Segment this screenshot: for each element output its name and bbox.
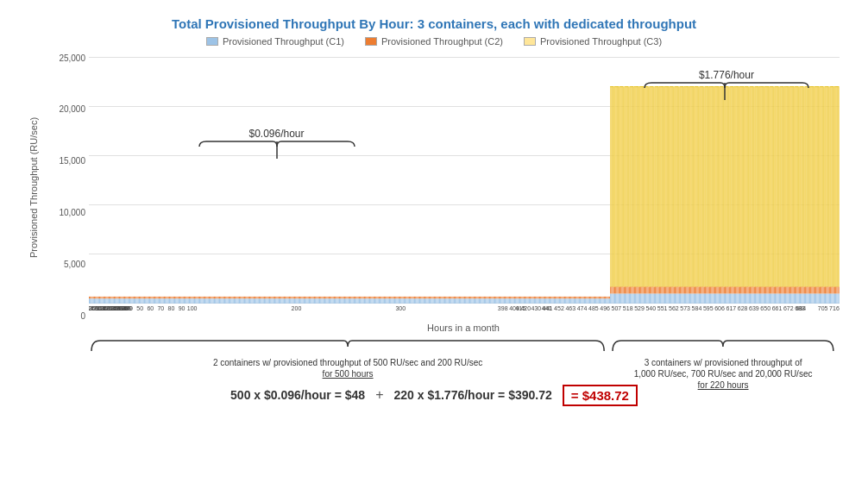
svg-rect-1388: [745, 286, 745, 293]
svg-rect-1236: [691, 86, 692, 286]
svg-rect-1598: [818, 286, 819, 293]
svg-rect-699: [453, 296, 454, 298]
svg-rect-1291: [711, 293, 712, 304]
svg-rect-997: [608, 296, 609, 298]
svg-rect-873: [544, 296, 544, 298]
svg-rect-1419: [755, 86, 756, 286]
svg-rect-1608: [821, 86, 821, 286]
svg-rect-1063: [632, 293, 633, 304]
svg-rect-399: [296, 296, 297, 298]
svg-rect-1316: [720, 286, 720, 293]
svg-rect-899: [557, 296, 558, 298]
svg-rect-1136: [657, 286, 658, 293]
svg-rect-857: [535, 296, 536, 298]
svg-rect-931: [574, 296, 575, 298]
svg-rect-1467: [771, 86, 772, 286]
svg-rect-1461: [770, 86, 771, 286]
svg-rect-1575: [809, 86, 810, 286]
svg-rect-763: [486, 296, 487, 298]
svg-rect-1364: [736, 286, 737, 293]
svg-rect-1409: [752, 286, 753, 293]
svg-rect-1016: [615, 286, 616, 293]
svg-rect-11: [94, 296, 95, 298]
svg-rect-237: [212, 296, 213, 298]
svg-rect-535: [368, 296, 368, 298]
svg-rect-607: [405, 296, 406, 298]
svg-rect-791: [500, 296, 501, 298]
svg-rect-291: [240, 296, 241, 298]
svg-rect-1148: [661, 286, 662, 293]
svg-rect-1045: [626, 293, 626, 304]
svg-rect-1134: [656, 86, 657, 286]
svg-rect-1369: [739, 293, 739, 304]
svg-rect-137: [160, 296, 160, 298]
svg-rect-1549: [801, 293, 802, 304]
svg-rect-1217: [685, 286, 686, 293]
svg-rect-1186: [675, 293, 676, 304]
svg-rect-1222: [688, 293, 689, 304]
svg-rect-781: [495, 296, 496, 298]
svg-rect-891: [553, 296, 554, 298]
svg-rect-1200: [679, 86, 680, 286]
svg-rect-1516: [789, 293, 790, 304]
svg-rect-87: [134, 296, 135, 298]
svg-rect-1344: [729, 86, 730, 286]
svg-rect-1534: [796, 293, 796, 304]
svg-rect-1552: [802, 293, 803, 304]
svg-rect-1158: [664, 86, 665, 286]
svg-rect-1522: [791, 293, 792, 304]
callout-phase2: $1.776/hour: [636, 69, 817, 102]
svg-rect-841: [527, 296, 528, 298]
chart-inner: 0 5,000 10,000 15,000 20,000 25,000: [46, 53, 840, 321]
svg-rect-947: [582, 296, 583, 298]
svg-rect-301: [245, 296, 246, 298]
svg-rect-1149: [661, 86, 662, 286]
svg-rect-1284: [708, 86, 709, 286]
svg-rect-335: [263, 296, 264, 298]
svg-rect-443: [319, 296, 320, 298]
svg-rect-1632: [829, 86, 830, 286]
svg-rect-1166: [668, 286, 669, 293]
svg-rect-809: [510, 296, 511, 298]
svg-rect-233: [210, 296, 211, 298]
svg-rect-1473: [774, 86, 775, 286]
svg-rect-1372: [739, 293, 740, 304]
svg-rect-1500: [783, 86, 784, 286]
svg-rect-955: [586, 296, 587, 298]
svg-rect-1431: [759, 86, 760, 286]
svg-rect-645: [425, 296, 425, 298]
svg-rect-1128: [654, 86, 655, 286]
svg-rect-1531: [795, 293, 796, 304]
svg-rect-977: [598, 296, 599, 298]
svg-rect-1056: [629, 86, 630, 286]
svg-rect-1382: [743, 286, 744, 293]
svg-rect-1542: [798, 86, 799, 286]
svg-rect-1130: [655, 286, 656, 293]
svg-rect-1233: [690, 86, 691, 286]
svg-rect-1174: [670, 293, 671, 304]
svg-rect-1283: [708, 286, 709, 293]
svg-rect-1132: [656, 293, 657, 304]
svg-rect-1389: [745, 86, 745, 286]
svg-rect-785: [498, 296, 499, 298]
svg-rect-867: [540, 296, 541, 298]
svg-rect-35: [107, 296, 108, 298]
svg-rect-981: [600, 296, 601, 298]
svg-rect-1051: [628, 293, 629, 304]
svg-rect-199: [192, 296, 193, 298]
svg-rect-1649: [835, 286, 836, 293]
svg-rect-1483: [778, 293, 779, 304]
svg-rect-1140: [658, 86, 659, 286]
svg-rect-1038: [623, 86, 624, 286]
svg-rect-909: [563, 296, 563, 298]
svg-rect-1160: [665, 286, 666, 293]
svg-rect-1553: [802, 286, 803, 293]
svg-rect-601: [402, 296, 403, 298]
svg-rect-1006: [613, 293, 613, 304]
x-tick-496: 496: [600, 305, 610, 311]
svg-rect-1046: [626, 286, 626, 293]
svg-rect-593: [398, 296, 399, 298]
svg-rect-701: [454, 296, 455, 298]
svg-rect-1517: [789, 286, 790, 293]
svg-rect-717: [462, 296, 463, 298]
